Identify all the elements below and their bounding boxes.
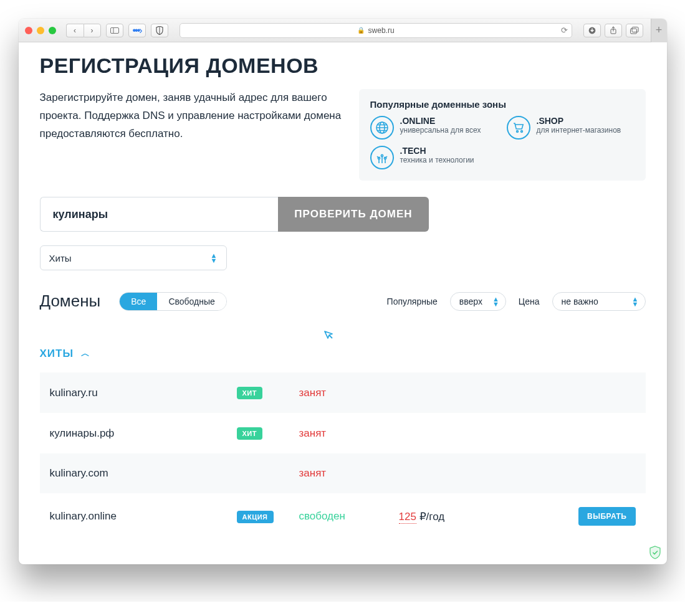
chevron-up-icon: ︿ xyxy=(81,348,90,359)
check-domain-button[interactable]: ПРОВЕРИТЬ ДОМЕН xyxy=(278,197,428,232)
back-button[interactable]: ‹ xyxy=(66,24,84,37)
group-title: ХИТЫ xyxy=(40,348,74,360)
svg-point-11 xyxy=(516,131,518,133)
svg-rect-5 xyxy=(632,27,638,32)
category-select-value: Хиты xyxy=(49,253,72,263)
reload-button[interactable]: ⟳ xyxy=(561,26,568,35)
security-badge-icon xyxy=(648,546,662,559)
tab-all[interactable]: Все xyxy=(120,293,157,310)
zone-desc: техника и технологии xyxy=(400,156,474,166)
circuit-icon xyxy=(370,146,394,169)
browser-toolbar: ‹ › •••› 🔒 sweb.ru ⟳ + xyxy=(19,19,667,42)
select-arrows-icon: ▲▼ xyxy=(632,296,639,306)
domain-name: kulinary.online xyxy=(50,510,237,523)
zone-desc: универсальна для всех xyxy=(400,126,481,136)
section-title: Домены xyxy=(40,291,101,311)
cursor-icon xyxy=(323,329,646,344)
tabs-overview-button[interactable] xyxy=(626,24,643,37)
minimize-window-button[interactable] xyxy=(37,27,44,34)
domain-status: свободен xyxy=(299,510,399,523)
zone-online[interactable]: .ONLINE универсальна для всех xyxy=(370,116,498,140)
svg-line-16 xyxy=(329,335,332,338)
svg-point-14 xyxy=(381,154,383,156)
domain-row: kulinary.onlineАКЦИЯсвободен125 ₽/годВЫБ… xyxy=(40,493,646,539)
domain-price: 125 ₽/год xyxy=(399,510,524,523)
downloads-button[interactable] xyxy=(583,24,601,37)
tab-free[interactable]: Свободные xyxy=(157,293,226,310)
domain-status: занят xyxy=(299,387,399,399)
window-controls xyxy=(25,27,56,34)
popularity-label: Популярные xyxy=(387,296,438,306)
price-value: не важно xyxy=(562,296,598,306)
domain-action: ВЫБРАТЬ xyxy=(524,507,636,526)
domain-name: kulinary.com xyxy=(50,467,237,480)
popular-zones-title: Популярные доменные зоны xyxy=(370,99,635,110)
group-header-hits[interactable]: ХИТЫ ︿ xyxy=(40,348,646,360)
domain-results: kulinary.ruХИТзаняткулинары.рфХИТзанятku… xyxy=(40,372,646,539)
domain-row: kulinary.ruХИТзанят xyxy=(40,372,646,413)
zone-name: .TECH xyxy=(400,146,474,156)
maximize-window-button[interactable] xyxy=(49,27,56,34)
intro-text: Зарегистрируйте домен, заняв удачный адр… xyxy=(40,89,342,181)
popularity-value: вверх xyxy=(459,296,482,306)
zone-desc: для интернет-магазинов xyxy=(537,126,621,136)
domain-badge: АКЦИЯ xyxy=(237,510,299,523)
url-host: sweb.ru xyxy=(368,26,395,35)
availability-toggle: Все Свободные xyxy=(119,292,227,311)
select-arrows-icon: ▲▼ xyxy=(492,296,499,306)
domain-search: ПРОВЕРИТЬ ДОМЕН xyxy=(40,197,429,232)
page-content: РЕГИСТРАЦИЯ ДОМЕНОВ Зарегистрируйте доме… xyxy=(19,42,667,564)
domain-badge: ХИТ xyxy=(237,427,299,440)
category-select[interactable]: Хиты ▲▼ xyxy=(40,245,227,270)
zone-name: .SHOP xyxy=(537,116,621,126)
price-label: Цена xyxy=(519,296,540,306)
domain-row: kulinary.comзанят xyxy=(40,453,646,493)
domain-search-input[interactable] xyxy=(40,197,279,232)
domain-badge: ХИТ xyxy=(237,386,299,399)
share-button[interactable] xyxy=(605,24,622,37)
svg-rect-4 xyxy=(630,29,636,34)
popular-zones-panel: Популярные доменные зоны .ONLINE универс… xyxy=(359,89,646,181)
right-toolbar xyxy=(583,24,643,37)
sidebar-toggle-button[interactable] xyxy=(106,24,123,37)
domain-status: занят xyxy=(299,467,399,480)
svg-rect-0 xyxy=(110,27,118,33)
nav-buttons: ‹ › xyxy=(66,24,101,37)
price-select[interactable]: не важно ▲▼ xyxy=(552,292,646,311)
domain-row: кулинары.рфХИТзанят xyxy=(40,413,646,453)
svg-point-12 xyxy=(520,131,522,133)
domain-name: кулинары.рф xyxy=(50,427,237,440)
new-tab-button[interactable]: + xyxy=(651,19,667,42)
close-window-button[interactable] xyxy=(25,27,32,34)
zone-name: .ONLINE xyxy=(400,116,481,126)
address-bar[interactable]: 🔒 sweb.ru ⟳ xyxy=(180,23,572,38)
filter-bar: Домены Все Свободные Популярные вверх ▲▼… xyxy=(40,291,646,311)
zone-tech[interactable]: .TECH техника и технологии xyxy=(370,146,498,169)
lock-icon: 🔒 xyxy=(357,27,365,34)
popularity-select[interactable]: вверх ▲▼ xyxy=(450,292,506,311)
extensions-button[interactable]: •••› xyxy=(128,24,146,37)
domain-status: занят xyxy=(299,427,399,440)
forward-button[interactable]: › xyxy=(84,24,101,37)
choose-button[interactable]: ВЫБРАТЬ xyxy=(578,507,636,526)
page-title: РЕГИСТРАЦИЯ ДОМЕНОВ xyxy=(40,54,646,78)
privacy-shield-button[interactable] xyxy=(151,24,168,37)
zone-shop[interactable]: .SHOP для интернет-магазинов xyxy=(507,116,635,140)
browser-window: ‹ › •••› 🔒 sweb.ru ⟳ + РЕ xyxy=(19,19,667,564)
globe-icon xyxy=(370,116,394,140)
cart-icon xyxy=(507,116,530,140)
select-arrows-icon: ▲▼ xyxy=(211,253,218,263)
domain-name: kulinary.ru xyxy=(50,387,237,399)
